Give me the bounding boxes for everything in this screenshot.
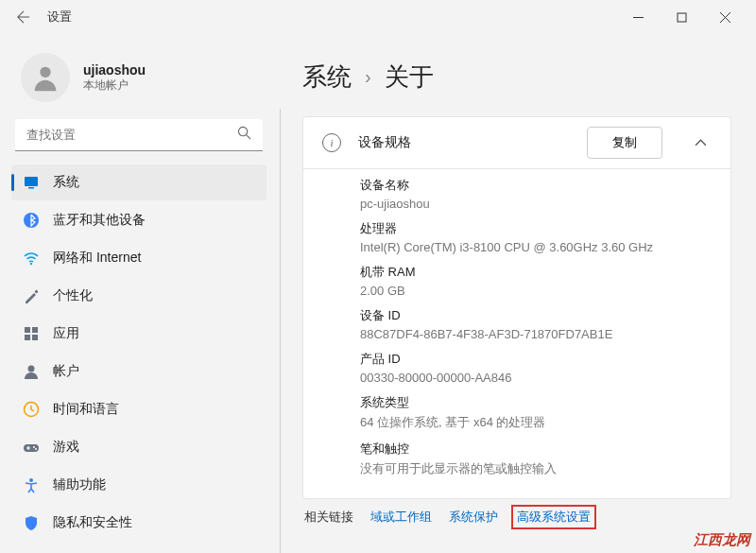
sidebar-item-wifi[interactable]: 网络和 Internet — [11, 240, 266, 276]
sidebar-item-person[interactable]: 帐户 — [11, 354, 266, 389]
close-button[interactable] — [703, 2, 747, 32]
user-name: ujiaoshou — [83, 62, 146, 78]
arrow-left-icon — [17, 10, 30, 24]
spec-value: 2.00 GB — [360, 284, 712, 298]
breadcrumb-current: 关于 — [385, 60, 434, 94]
svg-point-2 — [238, 127, 247, 135]
sidebar-item-shield[interactable]: 隐私和安全性 — [11, 505, 266, 541]
spec-value: pc-ujiaoshou — [360, 197, 712, 211]
collapse-button[interactable] — [679, 127, 721, 159]
spec-row: 处理器Intel(R) Core(TM) i3-8100 CPU @ 3.60G… — [360, 220, 712, 254]
spec-value: Intel(R) Core(TM) i3-8100 CPU @ 3.60GHz … — [360, 240, 712, 254]
shield-icon — [23, 514, 40, 531]
link-system-protection[interactable]: 系统保护 — [449, 509, 498, 526]
sidebar-item-bluetooth[interactable]: 蓝牙和其他设备 — [11, 202, 266, 238]
spec-value: 没有可用于此显示器的笔或触控输入 — [360, 460, 712, 477]
device-specs-card: i 设备规格 复制 设备名称pc-ujiaoshou处理器Intel(R) Co… — [302, 116, 731, 499]
maximize-icon — [677, 12, 687, 23]
info-icon: i — [322, 133, 341, 152]
spec-row: 产品 ID00330-80000-00000-AA846 — [360, 351, 712, 385]
svg-point-6 — [30, 263, 32, 265]
apps-icon — [23, 325, 40, 342]
svg-point-12 — [28, 366, 35, 372]
svg-point-16 — [35, 448, 37, 450]
copy-button[interactable]: 复制 — [587, 127, 662, 159]
sidebar-item-accessibility[interactable]: 辅助功能 — [11, 467, 266, 503]
user-account-row[interactable]: ujiaoshou 本地帐户 — [11, 43, 266, 119]
brush-icon — [23, 287, 40, 304]
sidebar-item-game[interactable]: 游戏 — [11, 429, 266, 465]
spec-label: 产品 ID — [360, 351, 712, 368]
sidebar-item-label: 蓝牙和其他设备 — [53, 212, 146, 229]
window-title: 设置 — [47, 9, 72, 26]
sidebar-item-label: 辅助功能 — [53, 476, 106, 493]
spec-label: 笔和触控 — [360, 441, 712, 458]
sidebar-item-display[interactable]: 系统 — [11, 164, 266, 200]
sidebar-item-label: 游戏 — [53, 439, 79, 456]
spec-label: 机带 RAM — [360, 264, 712, 281]
spec-value: 64 位操作系统, 基于 x64 的处理器 — [360, 414, 712, 431]
svg-point-17 — [29, 478, 33, 482]
sidebar-item-brush[interactable]: 个性化 — [11, 278, 266, 314]
close-icon — [720, 12, 730, 23]
svg-rect-11 — [32, 335, 38, 340]
back-button[interactable] — [9, 3, 38, 31]
sidebar-item-label: 时间和语言 — [53, 401, 119, 418]
display-icon — [23, 174, 40, 191]
user-account-type: 本地帐户 — [83, 78, 146, 94]
svg-rect-9 — [32, 327, 38, 333]
minimize-icon — [633, 12, 644, 23]
sidebar: ujiaoshou 本地帐户 系统蓝牙和其他设备网络和 Internet个性化应… — [0, 34, 274, 553]
sidebar-item-label: 系统 — [53, 174, 79, 191]
spec-label: 系统类型 — [360, 394, 712, 411]
person-icon — [23, 363, 40, 380]
svg-point-15 — [33, 446, 35, 448]
search-box[interactable] — [15, 119, 263, 151]
clock-icon — [23, 401, 40, 418]
search-input[interactable] — [26, 128, 237, 142]
svg-rect-7 — [34, 289, 38, 293]
avatar — [21, 53, 70, 102]
spec-value: 88C87DF4-86B7-4F38-AF3D-71870FD7AB1E — [360, 327, 712, 341]
svg-point-1 — [40, 67, 50, 78]
spec-label: 设备名称 — [360, 177, 712, 194]
divider — [280, 109, 281, 553]
sidebar-item-label: 隐私和安全性 — [53, 514, 132, 531]
sidebar-item-clock[interactable]: 时间和语言 — [11, 391, 266, 427]
person-icon — [29, 61, 61, 94]
spec-row: 系统类型64 位操作系统, 基于 x64 的处理器 — [360, 394, 712, 431]
minimize-button[interactable] — [616, 2, 660, 32]
svg-rect-10 — [25, 335, 30, 340]
related-links-label: 相关链接 — [304, 509, 353, 526]
spec-label: 设备 ID — [360, 307, 712, 324]
sidebar-item-apps[interactable]: 应用 — [11, 316, 266, 352]
search-icon — [237, 126, 251, 144]
svg-rect-8 — [25, 327, 30, 333]
spec-label: 处理器 — [360, 220, 712, 237]
bluetooth-icon — [23, 212, 40, 229]
svg-rect-0 — [678, 13, 686, 22]
content-area: 系统 › 关于 i 设备规格 复制 设备名称pc-ujiaoshou处理器Int… — [274, 34, 756, 553]
chevron-right-icon: › — [365, 66, 371, 88]
device-specs-title: 设备规格 — [358, 134, 570, 151]
spec-value: 00330-80000-00000-AA846 — [360, 371, 712, 385]
chevron-up-icon — [695, 137, 707, 149]
svg-rect-3 — [25, 177, 38, 186]
wifi-icon — [23, 250, 40, 267]
spec-row: 设备名称pc-ujiaoshou — [360, 177, 712, 211]
svg-rect-14 — [24, 444, 39, 452]
accessibility-icon — [23, 476, 40, 493]
link-advanced-system-settings[interactable]: 高级系统设置 — [511, 505, 596, 529]
spec-row: 机带 RAM2.00 GB — [360, 264, 712, 298]
sidebar-item-label: 网络和 Internet — [53, 250, 141, 267]
spec-row: 设备 ID88C87DF4-86B7-4F38-AF3D-71870FD7AB1… — [360, 307, 712, 341]
sidebar-item-label: 个性化 — [53, 287, 93, 304]
maximize-button[interactable] — [660, 2, 703, 32]
link-domain-workgroup[interactable]: 域或工作组 — [370, 509, 432, 526]
related-links-row: 相关链接 域或工作组 系统保护 高级系统设置 — [302, 509, 731, 526]
sidebar-item-label: 帐户 — [53, 363, 79, 380]
spec-row: 笔和触控没有可用于此显示器的笔或触控输入 — [360, 441, 712, 477]
breadcrumb-parent[interactable]: 系统 — [302, 60, 352, 94]
breadcrumb: 系统 › 关于 — [302, 60, 731, 94]
sidebar-item-label: 应用 — [53, 325, 79, 342]
